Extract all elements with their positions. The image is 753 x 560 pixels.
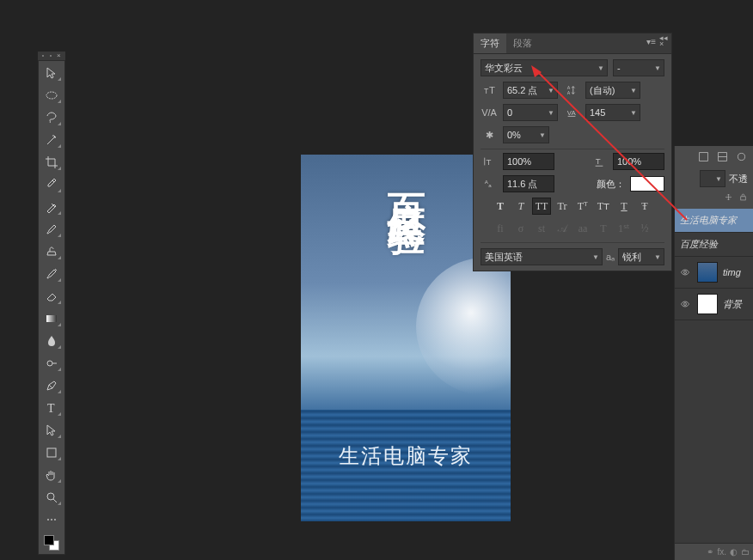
kerning-icon: V/A: [481, 107, 498, 118]
toolbar-close-icon[interactable]: ×: [57, 52, 61, 59]
lock-position-icon[interactable]: [724, 192, 733, 204]
baseline-shift-input[interactable]: 0%▼: [503, 126, 549, 143]
link-layers-icon[interactable]: ⚭: [707, 547, 713, 557]
ligatures-button[interactable]: fi: [491, 220, 510, 237]
opacity-label: 不透: [729, 173, 748, 186]
svg-text:T: T: [487, 157, 492, 167]
kerning-input[interactable]: 0▼: [503, 104, 558, 121]
layer-lock-row: [675, 191, 753, 209]
discretionary-lig-button[interactable]: st: [532, 220, 551, 237]
visibility-icon[interactable]: [680, 267, 692, 277]
antialias-dropdown[interactable]: 锐利▼: [618, 248, 664, 265]
contextual-alt-button[interactable]: σ: [511, 220, 530, 237]
pen-tool[interactable]: [41, 377, 62, 394]
zoom-tool[interactable]: [41, 489, 62, 506]
character-panel: 字符 段落 ▾≡ ◂◂× 华文彩云▼ -▼ TT 65.2 点▼ AA (自动)…: [473, 33, 672, 271]
all-caps-button[interactable]: TT: [532, 198, 551, 215]
faux-italic-button[interactable]: T: [511, 198, 530, 215]
hand-tool[interactable]: [41, 466, 62, 484]
type-tool[interactable]: T: [41, 399, 62, 417]
crop-tool[interactable]: [41, 154, 62, 171]
layers-panel: ▼ 不透 生活电脑专家 百度经验 timg 背景 ⚭ fx. ◐ 🗀: [674, 146, 753, 560]
svg-point-2: [47, 361, 52, 366]
svg-text:T: T: [47, 402, 55, 415]
lasso-tool[interactable]: [41, 109, 62, 126]
strikethrough-button[interactable]: Ŧ: [635, 198, 654, 215]
ordinals-button[interactable]: 1ˢᵗ: [615, 220, 634, 237]
visibility-icon[interactable]: [680, 299, 692, 309]
text-color-swatch[interactable]: [630, 176, 664, 192]
leading-input[interactable]: (自动)▼: [585, 82, 640, 99]
vscale-icon: T: [481, 155, 498, 167]
vscale-input[interactable]: 100%: [503, 153, 554, 170]
layer-image[interactable]: timg: [675, 257, 753, 289]
layer-mask-icon[interactable]: ◐: [730, 547, 738, 557]
opacity-dropdown[interactable]: ▼: [700, 170, 725, 187]
subscript-button[interactable]: Tᴛ: [594, 198, 613, 215]
history-brush-tool[interactable]: [41, 265, 62, 283]
layers-tab-icon-2[interactable]: [715, 149, 729, 163]
blur-tool[interactable]: [41, 332, 62, 350]
underline-button[interactable]: T: [615, 198, 634, 215]
layer-fx-icon[interactable]: fx.: [717, 547, 726, 557]
layer-thumbnail: [697, 294, 718, 314]
fractions-button[interactable]: ½: [635, 220, 654, 237]
svg-text:T: T: [484, 87, 489, 95]
layer-thumbnail: [697, 262, 718, 283]
layer-text-subtitle[interactable]: 生活电脑专家: [675, 209, 753, 233]
move-tool[interactable]: [41, 64, 62, 82]
layers-tab-icon-3[interactable]: [734, 149, 748, 163]
layer-group-icon[interactable]: 🗀: [741, 547, 750, 557]
magic-wand-tool[interactable]: [41, 131, 62, 149]
layer-background[interactable]: 背景: [675, 289, 753, 320]
dodge-tool[interactable]: [41, 355, 62, 372]
faux-bold-button[interactable]: T: [491, 198, 510, 215]
opentype-row: fi σ st 𝒜 aa T 1ˢᵗ ½: [481, 220, 664, 237]
marquee-tool[interactable]: [41, 87, 62, 104]
svg-rect-4: [47, 448, 56, 457]
font-size-input[interactable]: 65.2 点▼: [503, 82, 558, 99]
font-size-icon: TT: [481, 84, 498, 96]
stylistic-alt-button[interactable]: aa: [573, 220, 592, 237]
font-family-dropdown[interactable]: 华文彩云▼: [481, 59, 608, 76]
titling-alt-button[interactable]: T: [594, 220, 613, 237]
svg-point-20: [684, 303, 687, 306]
healing-brush-tool[interactable]: [41, 198, 62, 216]
hscale-input[interactable]: 100%: [613, 153, 664, 170]
path-selection-tool[interactable]: [41, 422, 62, 439]
toolbar-header[interactable]: ×: [38, 52, 65, 60]
superscript-button[interactable]: Tᵀ: [573, 198, 592, 215]
svg-rect-1: [46, 315, 57, 322]
shape-tool[interactable]: [41, 444, 62, 461]
eraser-tool[interactable]: [41, 288, 62, 305]
tracking-input[interactable]: 145▼: [585, 104, 640, 121]
color-swatches[interactable]: [44, 535, 59, 551]
lock-all-icon[interactable]: [738, 192, 748, 204]
panel-menu-icon[interactable]: ▾≡: [646, 37, 656, 46]
main-vertical-text[interactable]: 百度经验: [380, 163, 432, 198]
svg-text:VA: VA: [567, 109, 577, 117]
swash-button[interactable]: 𝒜: [553, 220, 572, 237]
color-label: 颜色：: [597, 178, 625, 191]
eyedropper-tool[interactable]: [41, 176, 62, 193]
layer-text-main[interactable]: 百度经验: [675, 233, 753, 257]
baseline-input[interactable]: 11.6 点: [503, 175, 554, 192]
subtitle-text[interactable]: 生活电脑专家: [301, 442, 511, 470]
tab-paragraph[interactable]: 段落: [506, 33, 539, 53]
language-dropdown[interactable]: 美国英语▼: [481, 248, 603, 265]
layers-tab-icon-1[interactable]: [696, 149, 710, 163]
gradient-tool[interactable]: [41, 310, 62, 327]
tab-character[interactable]: 字符: [474, 33, 506, 53]
baseline-icon: Aa: [481, 178, 498, 190]
hscale-icon: T: [591, 155, 608, 167]
svg-point-17: [738, 153, 744, 160]
small-caps-button[interactable]: Tr: [553, 198, 572, 215]
svg-text:A: A: [567, 90, 571, 95]
panel-collapse-icon[interactable]: ◂◂×: [659, 35, 668, 47]
leading-icon: AA: [563, 84, 580, 96]
clone-stamp-tool[interactable]: [41, 243, 62, 260]
character-panel-header: 字符 段落 ▾≡ ◂◂×: [474, 33, 671, 54]
font-style-dropdown[interactable]: -▼: [613, 59, 664, 76]
edit-toolbar[interactable]: ⋯: [41, 511, 62, 528]
brush-tool[interactable]: [41, 221, 62, 238]
